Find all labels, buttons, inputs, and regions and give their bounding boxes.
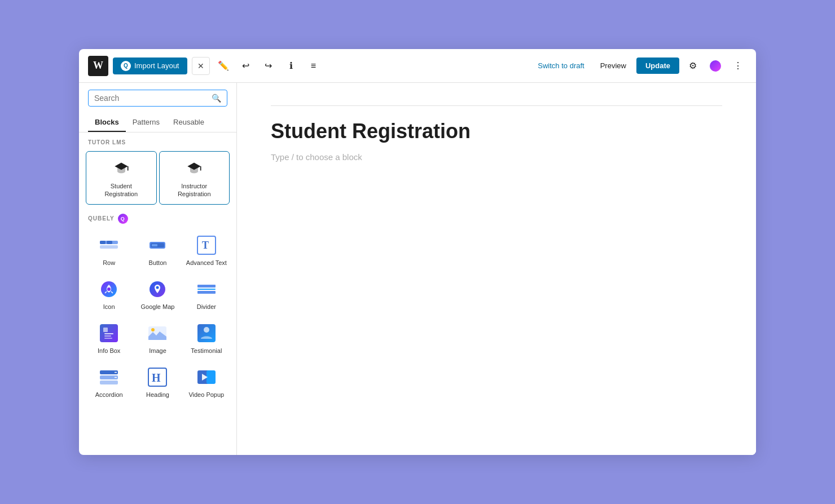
svg-rect-20 (104, 338, 112, 339)
tab-blocks[interactable]: Blocks (88, 113, 126, 132)
redo-button[interactable]: ↪ (260, 57, 278, 75)
accordion-label: Accordion (95, 391, 123, 399)
block-icon-widget[interactable]: Icon (86, 273, 132, 315)
svg-rect-18 (104, 333, 113, 334)
sidebar: 🔍 Blocks Patterns Reusable TUTOR LMS (79, 83, 237, 455)
block-video-popup[interactable]: Video Popup (183, 361, 230, 403)
block-google-map[interactable]: Google Map (134, 273, 181, 315)
block-button[interactable]: Button (134, 229, 181, 271)
more-options-button[interactable]: ⋮ (729, 57, 747, 75)
tutor-lms-label: TUTOR LMS (79, 132, 236, 149)
qubely-label-text: QUBELY (88, 215, 115, 222)
info-box-icon (99, 323, 119, 343)
wp-logo: W (88, 56, 108, 76)
import-q-icon: Q (121, 61, 131, 71)
info-box-label: Info Box (98, 347, 120, 355)
google-map-icon (147, 279, 168, 299)
advanced-text-icon: T (196, 235, 217, 255)
row-label: Row (103, 259, 115, 267)
button-icon (147, 235, 168, 255)
search-area: 🔍 (79, 83, 236, 113)
svg-text:T: T (202, 240, 209, 251)
import-layout-label: Import Layout (134, 61, 179, 70)
svg-rect-27 (100, 381, 118, 384)
list-view-button[interactable]: ≡ (305, 57, 323, 75)
svg-rect-2 (107, 241, 112, 244)
tab-reusable[interactable]: Reusable (166, 113, 211, 132)
svg-text:H: H (152, 372, 161, 384)
image-icon (147, 323, 168, 343)
svg-rect-17 (103, 328, 108, 332)
svg-rect-15 (197, 291, 216, 294)
block-row[interactable]: Row (86, 229, 132, 271)
wp-logo-letter: W (93, 60, 103, 72)
update-button[interactable]: Update (636, 58, 679, 74)
student-registration-label: StudentRegistration (104, 182, 138, 198)
block-accordion[interactable]: Accordion (86, 361, 132, 403)
student-registration-icon (111, 158, 131, 179)
qubely-q-icon: Q (118, 214, 128, 224)
svg-rect-3 (100, 245, 118, 249)
video-popup-label: Video Popup (188, 391, 224, 399)
svg-point-12 (156, 286, 159, 289)
qubely-blocks-grid: Row Button (79, 227, 236, 406)
main-layout: 🔍 Blocks Patterns Reusable TUTOR LMS (79, 83, 756, 455)
block-divider[interactable]: Divider (183, 273, 230, 315)
search-input-wrapper: 🔍 (88, 90, 227, 107)
type-hint[interactable]: Type / to choose a block (271, 152, 722, 162)
svg-point-10 (107, 288, 111, 291)
import-layout-button[interactable]: Q Import Layout (113, 58, 187, 74)
image-label: Image (149, 347, 166, 355)
svg-rect-1 (100, 241, 106, 244)
page-title: Student Registration (271, 120, 722, 143)
svg-point-22 (151, 328, 155, 331)
divider-label: Divider (197, 303, 216, 311)
toolbar-right: Switch to draft Preview Update ⚙ ⋮ (532, 57, 747, 75)
svg-rect-33 (206, 370, 216, 384)
undo-button[interactable]: ↩ (237, 57, 255, 75)
icon-widget-label: Icon (103, 303, 115, 311)
svg-rect-13 (197, 285, 216, 288)
close-button[interactable]: ✕ (192, 57, 210, 75)
preview-button[interactable]: Preview (595, 58, 632, 73)
tab-patterns[interactable]: Patterns (126, 113, 166, 132)
search-icon: 🔍 (212, 94, 221, 103)
switch-to-draft-button[interactable]: Switch to draft (532, 58, 590, 73)
block-image[interactable]: Image (134, 317, 181, 359)
instructor-registration-label: InstructorRegistration (178, 182, 211, 198)
testimonial-label: Testimonial (191, 347, 222, 355)
editor-window: W Q Import Layout ✕ ✏️ ↩ ↪ ℹ ≡ Switch to… (79, 49, 756, 455)
video-popup-icon (196, 367, 217, 387)
row-icon (99, 235, 119, 255)
testimonial-icon (196, 323, 217, 343)
tutor-blocks-grid: StudentRegistration InstructorRegistrati… (79, 149, 236, 207)
heading-label: Heading (146, 391, 169, 399)
button-label: Button (149, 259, 167, 267)
content-divider (271, 105, 722, 106)
tabs-bar: Blocks Patterns Reusable (79, 113, 236, 132)
block-testimonial[interactable]: Testimonial (183, 317, 230, 359)
svg-rect-23 (197, 324, 216, 342)
svg-rect-14 (197, 289, 216, 290)
content-area: Student Registration Type / to choose a … (237, 83, 756, 455)
block-advanced-text[interactable]: T Advanced Text (183, 229, 230, 271)
toolbar: W Q Import Layout ✕ ✏️ ↩ ↪ ℹ ≡ Switch to… (79, 49, 756, 83)
icon-widget-icon (99, 279, 119, 299)
accordion-icon (99, 367, 119, 387)
info-button[interactable]: ℹ (282, 57, 300, 75)
settings-icon-button[interactable]: ⚙ (684, 57, 702, 75)
svg-rect-19 (104, 335, 111, 337)
instructor-registration-icon (184, 158, 204, 179)
block-student-registration[interactable]: StudentRegistration (86, 151, 157, 205)
heading-icon: H (147, 367, 168, 387)
qubely-label: QUBELY Q (79, 207, 236, 227)
block-info-box[interactable]: Info Box (86, 317, 132, 359)
pencil-icon-button[interactable]: ✏️ (214, 57, 232, 75)
qubely-icon-button[interactable] (706, 57, 724, 75)
search-input[interactable] (94, 94, 207, 103)
block-instructor-registration[interactable]: InstructorRegistration (159, 151, 230, 205)
divider-icon (196, 279, 217, 299)
advanced-text-label: Advanced Text (186, 259, 227, 267)
block-heading[interactable]: H Heading (134, 361, 181, 403)
svg-rect-6 (152, 244, 157, 246)
